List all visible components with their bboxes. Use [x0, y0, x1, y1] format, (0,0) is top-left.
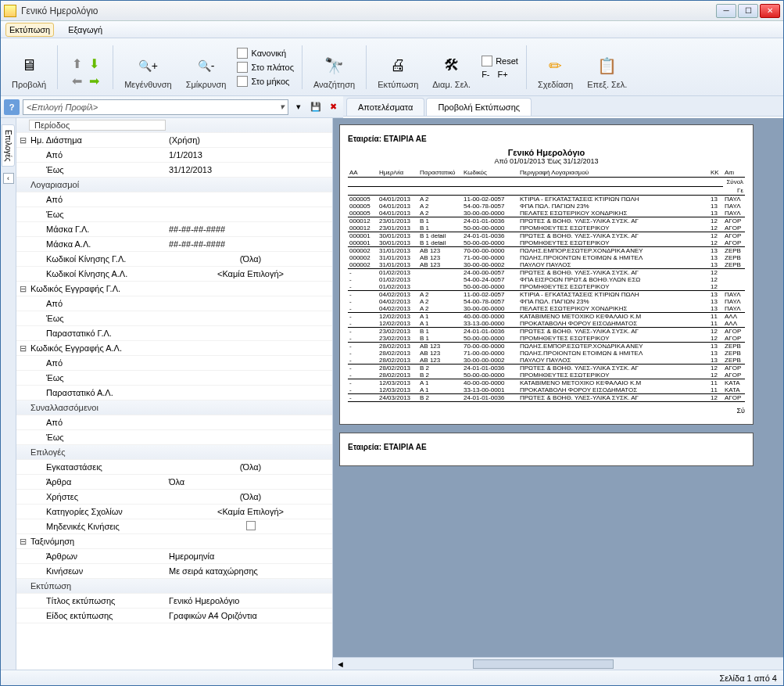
- page-icon: [237, 76, 248, 87]
- side-tabs: Επιλογές ‹: [1, 118, 16, 670]
- search-button[interactable]: Αναζήτηση: [309, 42, 360, 92]
- monitor-icon: [18, 55, 40, 77]
- font-controls: Reset F-F+: [480, 55, 520, 80]
- print-icon: [387, 55, 409, 77]
- minimize-button[interactable]: ─: [716, 4, 736, 18]
- sidetab-options[interactable]: Επιλογές: [2, 124, 15, 167]
- profile-menu-button[interactable]: ▾: [292, 100, 306, 114]
- save-profile-button[interactable]: 💾: [309, 100, 323, 114]
- zoom-width[interactable]: Στο πλάτος: [235, 61, 295, 74]
- zoomin-icon: [137, 55, 159, 77]
- profile-select[interactable]: <Επιλογή Προφίλ> ▾: [23, 99, 288, 115]
- font-minus[interactable]: F-: [481, 70, 489, 79]
- menu-export[interactable]: Εξαγωγή: [65, 23, 106, 36]
- report-range: Από 01/01/2013 Έως 31/12/2013: [348, 157, 745, 165]
- toolbar: Προβολή ⬆⬇ ⬅➡ Μεγένθυνση Σμίκρυνση Κανον…: [1, 38, 783, 96]
- grid-header: Περίοδος: [29, 120, 166, 131]
- menubar: Εκτύπωση Εξαγωγή: [1, 21, 783, 38]
- maximize-button[interactable]: ☐: [738, 4, 758, 18]
- editpage-button[interactable]: Επεξ. Σελ.: [582, 42, 632, 92]
- clipboard-icon: [596, 55, 618, 77]
- preview-button[interactable]: Προβολή: [7, 42, 51, 92]
- report-page: Εταιρεία: ΕΤΑΙΡΙΑ ΑΕ Γενικό Ημερολόγιο Α…: [339, 124, 754, 425]
- titlebar: Γενικό Ημερολόγιο ─ ☐ ✕: [1, 1, 783, 21]
- page-icon: [237, 48, 248, 59]
- expand-icon[interactable]: ⊟: [16, 284, 29, 294]
- expand-icon[interactable]: ⊟: [16, 537, 29, 547]
- report-table: ΑΑΗμερ/νίαΠαραστατικόΚωδικόςΠεριγραφή Λο…: [348, 168, 745, 402]
- zoom-normal[interactable]: Κανονική: [235, 47, 295, 59]
- preview-panel: Εταιρεία: ΕΤΑΙΡΙΑ ΑΕ Γενικό Ημερολόγιο Α…: [333, 118, 783, 670]
- arrow-left-icon: ⬅: [69, 74, 84, 89]
- pencil-icon: [545, 55, 567, 77]
- arrow-right-icon: ➡: [86, 74, 102, 89]
- report-page-2: Εταιρεία: ΕΤΑΙΡΙΑ ΑΕ: [339, 433, 754, 466]
- nav-arrows[interactable]: ⬆⬇ ⬅➡: [64, 42, 106, 92]
- profile-placeholder: <Επιλογή Προφίλ>: [27, 102, 98, 112]
- window-title: Γενικό Ημερολόγιο: [21, 5, 716, 16]
- delete-profile-button[interactable]: ✖: [326, 100, 340, 114]
- parameters-grid[interactable]: Περίοδος ⊟Ημ. Διάστημα(Χρήση) Από1/1/201…: [16, 118, 332, 670]
- zoomout-icon: [195, 55, 217, 77]
- arrow-up-icon: ⬆: [69, 56, 84, 72]
- binoculars-icon: [324, 55, 345, 77]
- statusbar: Σελίδα 1 από 4: [1, 670, 783, 685]
- zoomout-button[interactable]: Σμίκρυνση: [181, 42, 231, 92]
- chevron-down-icon: ▾: [280, 102, 285, 112]
- right-tabs: Αποτελέσματα Προβολή Εκτύπωσης: [343, 96, 783, 117]
- zoom-modes: Κανονική Στο πλάτος Στο μήκος: [235, 47, 295, 88]
- parameters-panel: Περίοδος ⊟Ημ. Διάστημα(Χρήση) Από1/1/201…: [16, 118, 333, 670]
- pagesetup-button[interactable]: Διαμ. Σελ.: [428, 42, 475, 92]
- tools-icon: [441, 55, 463, 77]
- zoom-height[interactable]: Στο μήκος: [235, 75, 295, 88]
- menu-print[interactable]: Εκτύπωση: [5, 23, 54, 37]
- horizontal-scrollbar[interactable]: ◄: [333, 657, 783, 670]
- profile-bar: ? <Επιλογή Προφίλ> ▾ ▾ 💾 ✖: [1, 96, 343, 118]
- arrow-down-icon: ⬇: [86, 56, 102, 72]
- page-indicator: Σελίδα 1 από 4: [719, 673, 777, 683]
- help-button[interactable]: ?: [4, 99, 20, 115]
- preview-area[interactable]: Εταιρεία: ΕΤΑΙΡΙΑ ΑΕ Γενικό Ημερολόγιο Α…: [333, 118, 783, 657]
- report-company: Εταιρεία: ΕΤΑΙΡΙΑ ΑΕ: [348, 135, 745, 143]
- design-button[interactable]: Σχεδίαση: [533, 42, 578, 92]
- expand-icon[interactable]: ⊟: [16, 343, 29, 354]
- app-icon: [4, 5, 16, 17]
- report-title: Γενικό Ημερολόγιο: [348, 148, 745, 157]
- zero-checkbox[interactable]: [246, 521, 256, 530]
- print-button[interactable]: Εκτύπωση: [373, 42, 423, 92]
- expand-icon[interactable]: ⊟: [16, 135, 29, 145]
- font-plus[interactable]: F+: [498, 70, 508, 79]
- zoomin-button[interactable]: Μεγένθυνση: [120, 42, 177, 92]
- page-icon: [237, 62, 248, 73]
- report-footer: Σύ: [348, 407, 745, 415]
- reset-button[interactable]: Reset: [480, 55, 520, 67]
- reset-icon: [481, 56, 492, 66]
- close-button[interactable]: ✕: [760, 4, 780, 18]
- tab-print-preview[interactable]: Προβολή Εκτύπωσης: [426, 98, 532, 116]
- collapse-button[interactable]: ‹: [3, 173, 14, 184]
- tab-results[interactable]: Αποτελέσματα: [346, 98, 424, 116]
